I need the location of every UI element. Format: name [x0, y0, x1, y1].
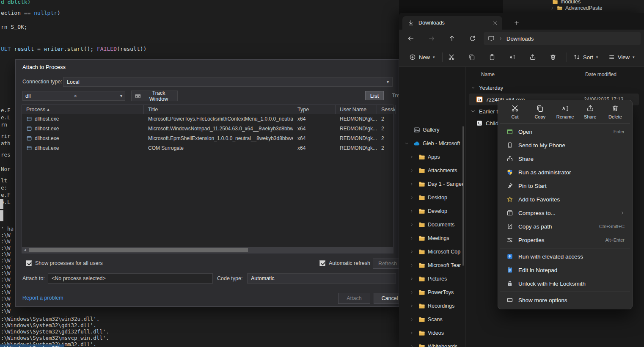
column-header-process[interactable]: Process▲ [22, 105, 144, 114]
notepad-icon [506, 267, 513, 273]
menu-item-add-to-favorites[interactable]: Add to Favorites [500, 193, 630, 206]
report-problem-link[interactable]: Report a problem [22, 295, 63, 301]
menu-item-pin-to-start[interactable]: Pin to Start [500, 179, 630, 193]
sidebar-item-develop[interactable]: Develop [399, 205, 465, 218]
sidebar-item-gallery[interactable]: Gallery [399, 124, 465, 136]
tree-item-modules[interactable]: modules [552, 0, 581, 5]
tree-item-advancedpaste[interactable]: AdvancedPaste [550, 5, 603, 11]
toolbar-divider [442, 52, 443, 62]
show-all-users-checkbox[interactable]: Show processes for all users [26, 260, 103, 266]
chevron-right-icon[interactable] [410, 196, 414, 200]
code-fragment: e.F [1, 107, 11, 113]
sidebar-item-attachments[interactable]: Attachments [399, 164, 465, 177]
connection-type-select[interactable]: Local ▾ [63, 77, 393, 87]
menu-item-edit-in-notepad[interactable]: Edit in Notepad [500, 263, 630, 277]
menu-item-share[interactable]: Share [500, 152, 630, 165]
attach-to-field[interactable]: <No process selected> [48, 273, 213, 284]
automatic-refresh-checkbox[interactable]: Automatic refresh [319, 260, 370, 266]
back-button[interactable] [404, 31, 418, 46]
svg-text:7z: 7z [478, 98, 481, 102]
back-arrow-icon [407, 35, 414, 42]
sidebar-item-day-1-sangee[interactable]: Day 1 - Sangee [399, 178, 465, 190]
copy-icon [536, 105, 544, 112]
chevron-right-icon[interactable] [410, 223, 414, 227]
sidebar-item-desktop[interactable]: Desktop [399, 191, 465, 204]
chevron-right-icon[interactable] [550, 6, 554, 10]
attach-button[interactable]: Attach [338, 293, 370, 304]
menu-item-send-to-my-phone[interactable]: Send to My Phone [500, 138, 630, 152]
refresh-button[interactable]: Refresh [373, 259, 399, 269]
process-row[interactable]: dllhost.exe Microsoft.PowerToys.FileLock… [22, 114, 393, 124]
quick-delete-button[interactable]: Delete [603, 105, 627, 119]
quick-rename-button[interactable]: Rename [553, 105, 577, 119]
menu-item-show-more-options[interactable]: Show more options [500, 293, 630, 307]
forward-button[interactable] [424, 31, 439, 46]
sidebar-item-apps[interactable]: Apps [399, 151, 465, 163]
shortcut-label: Alt+Enter [605, 237, 625, 242]
column-header-title[interactable]: Title [144, 105, 293, 114]
phone-icon [506, 142, 513, 149]
desktop: d dblclk)ection == nullptr)rn S_OK;ULT r… [0, 0, 644, 347]
menu-item-copy-as-path[interactable]: Copy as path Ctrl+Shift+C [500, 220, 630, 233]
chevron-right-icon[interactable] [410, 317, 414, 322]
scroll-left-arrow-icon[interactable]: ◀ [22, 248, 28, 252]
table-horizontal-scrollbar[interactable]: ◀ [22, 247, 393, 253]
chevron-down-icon[interactable] [405, 141, 409, 146]
code-line: d dblclk) [1, 0, 30, 5]
code-line: ection == nullptr) [1, 10, 61, 16]
sidebar-item-recordings[interactable]: Recordings [399, 300, 465, 312]
chevron-right-icon[interactable] [410, 277, 414, 281]
chevron-right-icon[interactable] [410, 344, 414, 347]
menu-item-compress-to[interactable]: Compress to... [500, 206, 630, 220]
chevron-right-icon[interactable] [410, 304, 414, 308]
chevron-right-icon[interactable] [410, 168, 414, 173]
menu-item-run-with-elevated-access[interactable]: Run with elevated access [500, 250, 630, 263]
process-row[interactable]: dllhost.exe COM Surrogate x64 REDMOND\gk… [22, 143, 393, 153]
tree-view-button[interactable]: Tree [388, 91, 399, 100]
clear-filter-icon[interactable]: × [74, 93, 77, 99]
sidebar-item-meetings[interactable]: Meetings [399, 232, 465, 245]
sidebar-item-powertoys[interactable]: PowerToys [399, 286, 465, 299]
menu-item-unlock-with-file-locksmith[interactable]: Unlock with File Locksmith [500, 277, 630, 290]
menu-item-open[interactable]: Open Enter [500, 125, 630, 138]
chevron-right-icon[interactable] [410, 290, 414, 295]
sidebar-item-gleb-microsoft[interactable]: Gleb - Microsoft [399, 137, 465, 150]
quick-cut-button[interactable]: Cut [503, 105, 527, 119]
group-header-yesterday[interactable]: Yesterday [469, 82, 644, 94]
menu-item-properties[interactable]: Properties Alt+Enter [500, 233, 630, 247]
quick-share-button[interactable]: Share [578, 105, 602, 119]
sidebar-item-scans[interactable]: Scans [399, 313, 465, 326]
code-fragment: lt [1, 177, 7, 184]
sidebar-item-whiteboards[interactable]: Whiteboards [399, 340, 465, 347]
chevron-right-icon[interactable] [410, 236, 414, 240]
new-button[interactable]: New ▾ [406, 50, 438, 64]
cancel-button[interactable]: Cancel [374, 293, 399, 304]
chevron-right-icon[interactable] [410, 155, 414, 159]
sidebar-item-videos[interactable]: Videos [399, 327, 465, 339]
list-view-button[interactable]: List [365, 91, 384, 100]
chevron-right-icon[interactable] [410, 182, 414, 186]
chevron-right-icon[interactable] [410, 263, 414, 267]
track-window-button[interactable]: Track Window [131, 91, 178, 101]
process-row[interactable]: dllhost.exe Microsoft.WindowsNotepad_11.… [22, 124, 393, 134]
up-button[interactable] [445, 31, 459, 46]
process-row[interactable]: dllhost.exe Microsoft.EpmShellExtension_… [22, 134, 393, 143]
column-header-session[interactable]: Session [377, 105, 396, 114]
chevron-right-icon[interactable] [410, 209, 414, 213]
sidebar-item-documents[interactable]: Documents [399, 218, 465, 231]
column-header-user-name[interactable]: User Name [336, 105, 377, 114]
menu-item-run-as-administrator[interactable]: Run as administrator [500, 165, 630, 179]
chevron-right-icon[interactable] [410, 250, 414, 254]
code-fragment: rn [1, 121, 7, 128]
chevron-right-icon[interactable] [410, 331, 414, 335]
scrollbar-thumb[interactable] [29, 248, 248, 252]
process-filter-input[interactable]: dll × ▾ [22, 91, 125, 101]
quick-copy-button[interactable]: Copy [528, 105, 552, 119]
sidebar-item-pictures[interactable]: Pictures [399, 273, 465, 285]
cut-button[interactable] [445, 50, 458, 64]
code-type-field[interactable]: Automatic [247, 273, 396, 284]
sidebar-item-microsoft-cop[interactable]: Microsoft Cop [399, 245, 465, 258]
sidebar-item-microsoft-tear[interactable]: Microsoft Tear [399, 259, 465, 272]
column-header-type[interactable]: Type [293, 105, 336, 114]
code-fragment: :\W [1, 251, 11, 257]
